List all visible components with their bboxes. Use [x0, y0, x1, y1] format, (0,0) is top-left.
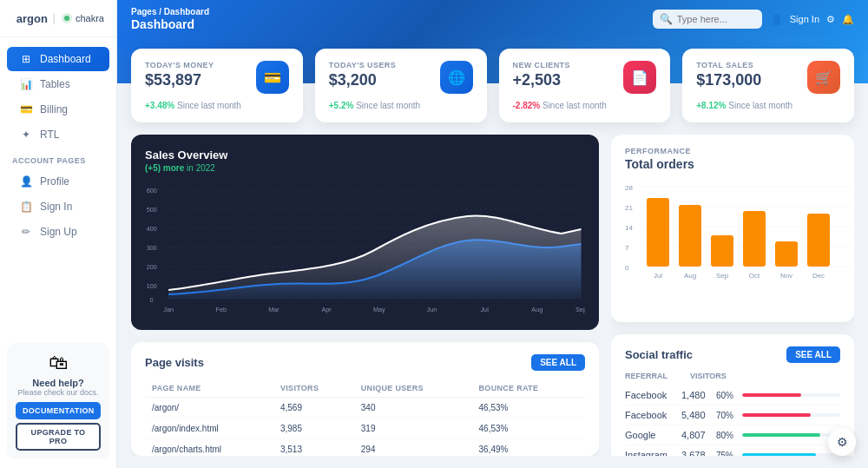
nav-dashboard-label: Dashboard [40, 53, 91, 65]
nav-item-billing[interactable]: 💳 Billing [7, 97, 109, 122]
svg-text:500: 500 [147, 206, 157, 214]
chart-title: Sales Overview [145, 148, 585, 161]
sidebar: argon | chakra ⊞ Dashboard 📊 Tables 💳 Bi… [0, 0, 117, 468]
nav-tables-label: Tables [40, 78, 70, 90]
nav-item-profile[interactable]: 👤 Profile [7, 169, 109, 194]
svg-text:Nov: Nov [780, 272, 792, 280]
chart-subtitle-year: in 2022 [187, 163, 215, 173]
right-column: PERFORMANCE Total orders 28 21 14 7 0 [611, 135, 854, 456]
table-cell: 46,53% [472, 419, 585, 439]
table-cell: 294 [354, 439, 472, 457]
cards-row: TODAY'S MONEY $53,897 💳 +3.48% Since las… [117, 49, 868, 122]
social-header: Social traffic SEE ALL [625, 346, 840, 363]
svg-text:Apr: Apr [322, 306, 332, 313]
nav-item-signin[interactable]: 📋 Sign In [7, 194, 109, 219]
card-money: TODAY'S MONEY $53,897 💳 +3.48% Since las… [131, 49, 303, 122]
svg-text:300: 300 [147, 244, 157, 252]
table-header-row: PAGE NAME VISITORS UNIQUE USERS BOUNCE R… [145, 379, 585, 398]
card-sales-top: TOTAL SALES $173,000 🛒 [696, 61, 840, 94]
card-money-label: TODAY'S MONEY [145, 61, 214, 69]
svg-text:Mar: Mar [268, 306, 279, 313]
table-cell: /argon/ [145, 398, 273, 419]
table-cell: 3,513 [273, 439, 354, 457]
svg-text:Jul: Jul [654, 272, 662, 280]
card-users-value: $3,200 [329, 71, 396, 89]
social-row: Facebook 5,480 70% [625, 405, 840, 425]
main-nav: ⊞ Dashboard 📊 Tables 💳 Billing ✦ RTL ACC… [0, 37, 116, 334]
argon-label: argon [16, 12, 48, 25]
documentation-button[interactable]: DOCUMENTATION [16, 402, 101, 419]
nav-item-signup[interactable]: ✏ Sign Up [7, 220, 109, 244]
svg-text:7: 7 [625, 244, 629, 252]
billing-icon: 💳 [19, 103, 33, 115]
svg-text:May: May [373, 306, 385, 313]
card-users-label: TODAY'S USERS [329, 61, 396, 69]
table-row: /argon/index.html3,98531946,53% [145, 419, 585, 439]
bar-chart: 28 21 14 7 0 Jul [625, 180, 840, 310]
table-cell: 4,569 [273, 398, 354, 419]
account-section-label: ACCOUNT PAGES [0, 148, 116, 168]
table-cell: 319 [354, 419, 472, 439]
social-rows: Facebook 1,480 60% Facebook 5,480 70% Go… [625, 386, 840, 456]
svg-text:Dec: Dec [812, 272, 825, 280]
logo-area: argon | chakra [0, 0, 116, 37]
card-clients-value: +2,503 [513, 71, 570, 89]
chart-area: 600 500 400 300 200 100 0 [145, 181, 585, 316]
nav-rtl-label: RTL [40, 129, 59, 141]
card-sales-pct: +8.12% [696, 101, 726, 110]
social-bar-wrap [742, 433, 840, 437]
card-sales-label: TOTAL SALES [696, 61, 761, 69]
social-bar-wrap [742, 453, 840, 456]
svg-text:Jan: Jan [163, 306, 174, 313]
card-clients-label2: Since last month [542, 101, 607, 110]
nav-signin-label: Sign In [40, 201, 72, 213]
page-visits-title: Page visits [145, 356, 204, 369]
social-pct: 70% [716, 411, 742, 420]
social-visitors: 1,480 [681, 390, 716, 400]
col-visitors: VISITORS [273, 379, 354, 398]
nav-item-tables[interactable]: 📊 Tables [7, 72, 109, 96]
svg-text:Jun: Jun [427, 306, 437, 313]
chakra-logo-icon [61, 12, 73, 24]
social-col-referral: REFERRAL [625, 372, 681, 380]
performance-card: PERFORMANCE Total orders 28 21 14 7 0 [611, 135, 854, 322]
social-name: Google [625, 430, 681, 440]
card-sales: TOTAL SALES $173,000 🛒 +8.12% Since last… [682, 49, 854, 122]
svg-text:0: 0 [149, 296, 153, 304]
col-bounce-rate: BOUNCE RATE [472, 379, 585, 398]
social-bar [742, 433, 820, 437]
social-see-all[interactable]: SEE ALL [786, 346, 840, 363]
card-sales-stat: +8.12% Since last month [696, 101, 840, 110]
profile-icon: 👤 [19, 175, 33, 188]
card-money-icon: 💳 [256, 61, 289, 94]
nav-item-rtl[interactable]: ✦ RTL [7, 122, 109, 147]
bar-jul [647, 198, 669, 267]
social-visitors: 3,678 [681, 450, 716, 456]
card-sales-label2: Since last month [728, 101, 792, 110]
perf-title: Total orders [625, 157, 840, 171]
argon-logo-icon [12, 10, 13, 26]
sales-chart-svg: 600 500 400 300 200 100 0 [145, 181, 585, 316]
gear-button[interactable]: ⚙ [828, 428, 856, 456]
svg-text:600: 600 [147, 187, 157, 194]
page-visits-see-all[interactable]: SEE ALL [531, 354, 585, 371]
perf-label: PERFORMANCE [625, 147, 840, 155]
bar-aug [679, 205, 701, 267]
svg-text:Sep: Sep [716, 272, 729, 280]
svg-text:Sep: Sep [575, 306, 585, 313]
bar-sep [711, 235, 733, 267]
help-icon: 🛍 [16, 352, 101, 374]
table-cell: 36,49% [472, 439, 585, 457]
page-visits-table: PAGE NAME VISITORS UNIQUE USERS BOUNCE R… [145, 379, 585, 456]
svg-text:Jul: Jul [480, 306, 489, 313]
table-cell: /argon/index.html [145, 419, 273, 439]
nav-item-dashboard[interactable]: ⊞ Dashboard [7, 47, 109, 71]
social-pct: 60% [716, 391, 742, 400]
help-subtitle: Please check our docs. [16, 388, 101, 397]
card-users-stat: +5.2% Since last month [329, 101, 473, 110]
upgrade-button[interactable]: UPGRADE TO PRO [16, 423, 101, 451]
card-money-label2: Since last month [177, 101, 241, 110]
social-name: Instagram [625, 450, 681, 456]
signin-icon: 📋 [19, 201, 33, 213]
card-sales-info: TOTAL SALES $173,000 [696, 61, 761, 89]
